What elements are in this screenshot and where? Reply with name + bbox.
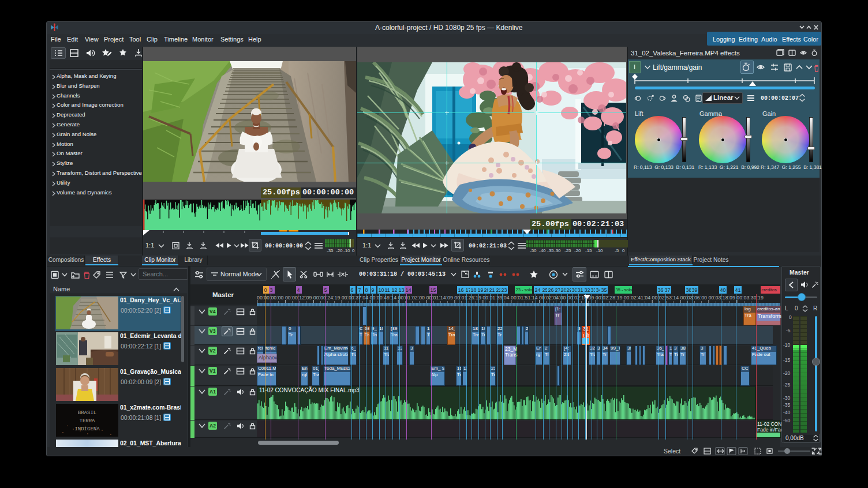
svg-text:BRASIL: BRASIL	[78, 410, 96, 416]
svg-text:INDÍGENA: INDÍGENA	[74, 426, 100, 432]
svg-text:TERRA: TERRA	[79, 418, 95, 424]
